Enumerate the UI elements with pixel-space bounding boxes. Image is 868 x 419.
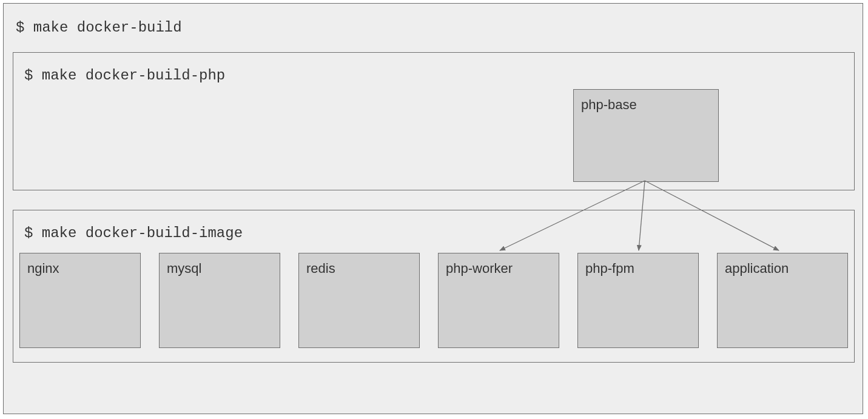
node-redis: redis [298, 253, 420, 348]
docker-build-diagram: $ make docker-build $ make docker-build-… [0, 0, 868, 419]
node-php-fpm: php-fpm [577, 253, 699, 348]
inner-box-docker-build-image: $ make docker-build-image nginx mysql re… [13, 210, 855, 363]
node-application: application [717, 253, 848, 348]
command-docker-build-image: $ make docker-build-image [24, 225, 243, 241]
node-php-worker: php-worker [438, 253, 559, 348]
node-label: redis [306, 261, 335, 276]
command-docker-build-php: $ make docker-build-php [24, 67, 225, 84]
node-php-base: php-base [573, 89, 719, 182]
inner-box-docker-build-php: $ make docker-build-php php-base [13, 52, 855, 190]
node-label: application [725, 261, 789, 276]
node-label: nginx [27, 261, 59, 276]
node-label: php-fpm [585, 261, 634, 276]
outer-box-docker-build: $ make docker-build $ make docker-build-… [3, 3, 863, 414]
node-label: mysql [167, 261, 201, 276]
node-mysql: mysql [159, 253, 280, 348]
command-docker-build: $ make docker-build [16, 19, 182, 36]
node-nginx: nginx [19, 253, 141, 348]
node-label: php-base [581, 97, 637, 112]
node-label: php-worker [446, 261, 513, 276]
